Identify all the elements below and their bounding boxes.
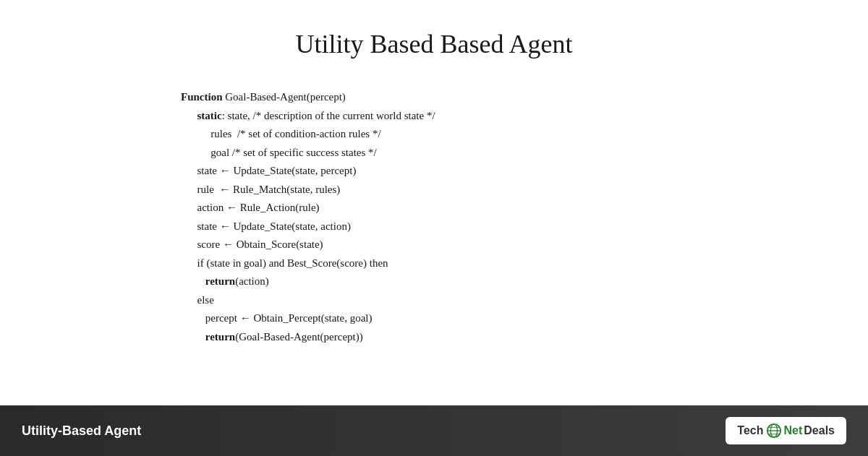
code-text-5: state ← Update_State(state, percept)	[197, 165, 357, 176]
code-line-8: state ← Update_State(state, action)	[181, 218, 687, 236]
keyword-static: static	[197, 110, 222, 121]
code-line-7: action ← Rule_Action(rule)	[181, 199, 687, 218]
page-title: Utility Based Based Agent	[296, 29, 573, 59]
code-line-1: Function Goal-Based-Agent(percept)	[181, 88, 687, 107]
footer-logo: Tech Net Deals	[726, 417, 846, 444]
keyword-return-2: return	[205, 331, 235, 343]
code-line-13: percept ← Obtain_Percept(state, goal)	[181, 309, 687, 328]
code-line-11: return(action)	[181, 272, 687, 291]
code-text-2: : state, /* description of the current w…	[222, 110, 435, 121]
footer: Utility-Based Agent Tech Net Deals	[0, 405, 868, 456]
logo-icon	[766, 423, 782, 439]
code-line-3: rules /* set of condition-action rules *…	[181, 125, 687, 144]
logo-net: Net	[784, 424, 803, 437]
code-block: Function Goal-Based-Agent(percept) stati…	[181, 88, 687, 346]
keyword-return-1: return	[205, 275, 235, 287]
code-text-14: (Goal-Based-Agent(percept))	[235, 331, 363, 343]
code-text-8: state ← Update_State(state, action)	[197, 220, 351, 232]
code-text-13: percept ← Obtain_Percept(state, goal)	[205, 312, 373, 324]
logo-tech: Tech	[737, 424, 763, 437]
code-line-4: goal /* set of specific success states *…	[181, 144, 687, 163]
code-line-2: static: state, /* description of the cur…	[181, 107, 687, 126]
code-text-1: Goal-Based-Agent(percept)	[223, 91, 346, 103]
main-content: Utility Based Based Agent Function Goal-…	[0, 0, 868, 405]
logo-deals: Deals	[804, 424, 835, 437]
code-line-12: else	[181, 291, 687, 310]
code-line-9: score ← Obtain_Score(state)	[181, 236, 687, 254]
code-text-4: goal /* set of specific success states *…	[210, 147, 377, 158]
code-text-3: rules /* set of condition-action rules *…	[210, 128, 380, 139]
code-line-10: if (state in goal) and Best_Score(score)…	[181, 254, 687, 273]
code-text-10: if (state in goal) and Best_Score(score)…	[197, 257, 388, 269]
footer-title: Utility-Based Agent	[22, 423, 141, 439]
code-text-11: (action)	[235, 275, 269, 287]
code-line-6: rule ← Rule_Match(state, rules)	[181, 181, 687, 199]
code-line-5: state ← Update_State(state, percept)	[181, 162, 687, 181]
code-text-9: score ← Obtain_Score(state)	[197, 238, 323, 250]
code-line-14: return(Goal-Based-Agent(percept))	[181, 328, 687, 347]
keyword-function: Function	[181, 91, 223, 103]
code-text-6: rule ← Rule_Match(state, rules)	[197, 184, 341, 195]
code-text-7: action ← Rule_Action(rule)	[197, 202, 320, 213]
code-text-12: else	[197, 294, 214, 306]
